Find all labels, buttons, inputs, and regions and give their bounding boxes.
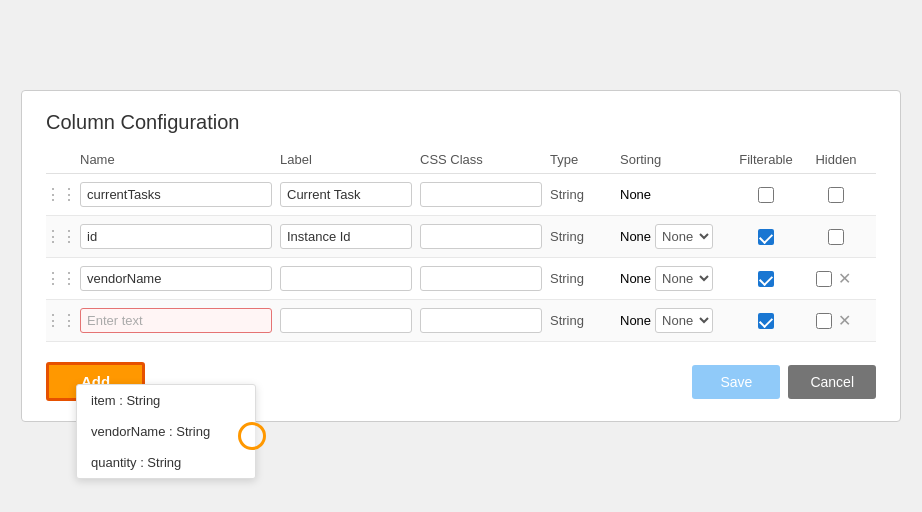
autocomplete-dropdown: item : String vendorName : String quanti… <box>76 384 256 479</box>
filterable-cell <box>726 271 806 287</box>
label-cell <box>276 224 416 249</box>
filterable-cell <box>726 229 806 245</box>
label-cell <box>276 182 416 207</box>
filterable-checkbox[interactable] <box>758 187 774 203</box>
css-class-cell <box>416 266 546 291</box>
dropdown-item[interactable]: item : String <box>77 385 255 416</box>
remove-button[interactable]: ✕ <box>832 309 857 332</box>
hidden-checkbox[interactable] <box>828 187 844 203</box>
name-cell <box>76 182 276 207</box>
save-button[interactable]: Save <box>692 365 780 399</box>
label-input[interactable] <box>280 224 412 249</box>
label-cell <box>276 308 416 333</box>
type-cell: String <box>546 313 616 328</box>
remove-button[interactable]: ✕ <box>832 267 857 290</box>
filterable-checkbox[interactable] <box>758 229 774 245</box>
header-sorting: Sorting <box>616 152 726 167</box>
dropdown-item[interactable]: quantity : String <box>77 447 255 478</box>
sorting-cell: None None Asc Desc <box>616 224 726 249</box>
label-input[interactable] <box>280 266 412 291</box>
sorting-select[interactable]: None Asc Desc <box>655 308 713 333</box>
css-class-cell <box>416 182 546 207</box>
css-input[interactable] <box>420 308 542 333</box>
table-row: ⋮⋮ String None None Asc Desc <box>46 216 876 258</box>
sorting-select[interactable]: None Asc Desc <box>655 266 713 291</box>
css-input[interactable] <box>420 266 542 291</box>
css-input[interactable] <box>420 224 542 249</box>
name-input[interactable] <box>80 182 272 207</box>
hidden-cell <box>806 229 866 245</box>
filterable-cell <box>726 187 806 203</box>
type-cell: String <box>546 229 616 244</box>
label-input[interactable] <box>280 182 412 207</box>
name-input-new[interactable] <box>80 308 272 333</box>
header-hidden: Hidden <box>806 152 866 167</box>
hidden-checkbox[interactable] <box>828 229 844 245</box>
sorting-value: None <box>620 187 651 202</box>
table-row: ⋮⋮ String None None Asc Desc <box>46 300 876 342</box>
header-label: Label <box>276 152 416 167</box>
name-cell <box>76 224 276 249</box>
type-cell: String <box>546 271 616 286</box>
header-css-class: CSS Class <box>416 152 546 167</box>
column-config-dialog: Column Configuration Name Label CSS Clas… <box>21 90 901 422</box>
filterable-checkbox[interactable] <box>758 271 774 287</box>
name-input[interactable] <box>80 224 272 249</box>
css-input[interactable] <box>420 182 542 207</box>
drag-handle[interactable]: ⋮⋮ <box>46 185 76 204</box>
label-input[interactable] <box>280 308 412 333</box>
hidden-cell: ✕ <box>806 267 866 290</box>
sorting-cell: None None Asc Desc <box>616 308 726 333</box>
table-row: ⋮⋮ String None <box>46 174 876 216</box>
type-cell: String <box>546 187 616 202</box>
hidden-cell: ✕ <box>806 309 866 332</box>
header-name: Name <box>76 152 276 167</box>
sorting-value: None <box>620 313 651 328</box>
table-header: Name Label CSS Class Type Sorting Filter… <box>46 152 876 174</box>
hidden-cell <box>806 187 866 203</box>
name-cell <box>76 266 276 291</box>
sorting-select[interactable]: None Asc Desc <box>655 224 713 249</box>
dialog-title: Column Configuration <box>46 111 876 134</box>
hidden-checkbox[interactable] <box>816 271 832 287</box>
header-filterable: Filterable <box>726 152 806 167</box>
css-class-cell <box>416 224 546 249</box>
css-class-cell <box>416 308 546 333</box>
cancel-button[interactable]: Cancel <box>788 365 876 399</box>
dropdown-item[interactable]: vendorName : String <box>77 416 255 447</box>
name-cell <box>76 308 276 333</box>
name-input[interactable] <box>80 266 272 291</box>
drag-handle[interactable]: ⋮⋮ <box>46 269 76 288</box>
table-row: ⋮⋮ String None None Asc Desc <box>46 258 876 300</box>
sorting-value: None <box>620 229 651 244</box>
rows-area: ⋮⋮ String None ⋮⋮ <box>46 174 876 342</box>
sorting-cell: None None Asc Desc <box>616 266 726 291</box>
drag-handle[interactable]: ⋮⋮ <box>46 311 76 330</box>
filterable-cell <box>726 313 806 329</box>
filterable-checkbox[interactable] <box>758 313 774 329</box>
drag-handle[interactable]: ⋮⋮ <box>46 227 76 246</box>
header-type: Type <box>546 152 616 167</box>
header-drag <box>46 152 76 167</box>
hidden-checkbox[interactable] <box>816 313 832 329</box>
sorting-cell: None <box>616 187 726 202</box>
label-cell <box>276 266 416 291</box>
sorting-value: None <box>620 271 651 286</box>
